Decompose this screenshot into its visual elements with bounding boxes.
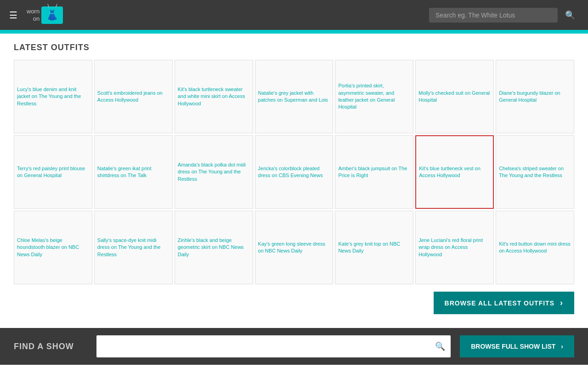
header-left: ☰ worn on 👗 <box>9 6 63 24</box>
outfit-text-8: Terry's red paisley print blouse on Gene… <box>17 165 89 179</box>
outfit-card-11[interactable]: Jericka's colorblock pleated dress on CB… <box>255 135 334 209</box>
outfit-card-21[interactable]: Kit's red button down mini dress on Acce… <box>496 211 574 284</box>
outfit-text-21: Kit's red button down mini dress on Acce… <box>499 241 571 255</box>
browse-all-outfits-button[interactable]: BROWSE ALL LATEST OUTFITS › <box>434 292 574 314</box>
outfit-link-19[interactable]: Kate's grey knit top on NBC News Daily <box>335 211 413 284</box>
outfit-card-3[interactable]: Kit's black turtleneck sweater and white… <box>175 60 253 133</box>
find-show-input[interactable] <box>102 343 435 351</box>
logo[interactable]: worn on 👗 <box>27 6 63 24</box>
outfit-card-5[interactable]: Portia's printed skirt, asymmetric sweat… <box>335 60 413 133</box>
outfit-card-4[interactable]: Natalie's grey jacket with patches on Su… <box>255 60 334 133</box>
outfit-card-14[interactable]: Chelsea's striped sweater on The Young a… <box>496 135 574 209</box>
outfits-grid: Lucy's blue denim and knit jacket on The… <box>14 60 574 284</box>
outfit-card-19[interactable]: Kate's grey knit top on NBC News Daily <box>335 211 413 284</box>
find-show-search-icon: 🔍 <box>435 341 445 351</box>
outfit-link-13[interactable]: Kit's blue turtleneck vest on Access Hol… <box>416 136 493 208</box>
outfit-text-16: Sally's space-dye knit midi dress on The… <box>97 237 170 258</box>
main-content: LATEST OUTFITS Lucy's blue denim and kni… <box>0 34 588 328</box>
outfit-card-13[interactable]: Kit's blue turtleneck vest on Access Hol… <box>415 135 494 209</box>
find-show-title: FIND A SHOW <box>14 342 87 351</box>
outfit-link-3[interactable]: Kit's black turtleneck sweater and white… <box>175 60 253 133</box>
outfit-link-4[interactable]: Natalie's grey jacket with patches on Su… <box>255 60 333 133</box>
outfit-link-18[interactable]: Kay's green long sleeve dress on NBC New… <box>255 211 333 284</box>
outfit-text-17: Zinhle's black and beige geometric skirt… <box>178 237 250 258</box>
outfit-card-10[interactable]: Amanda's black polka dot midi dress on T… <box>175 135 253 209</box>
outfit-link-21[interactable]: Kit's red button down mini dress on Acce… <box>496 211 574 284</box>
logo-antenna <box>49 4 56 7</box>
outfit-link-10[interactable]: Amanda's black polka dot midi dress on T… <box>175 136 253 208</box>
outfit-card-16[interactable]: Sally's space-dye knit midi dress on The… <box>94 211 173 284</box>
outfit-card-12[interactable]: Amber's black jumpsuit on The Price is R… <box>335 135 413 209</box>
outfit-text-3: Kit's black turtleneck sweater and white… <box>178 86 250 107</box>
outfit-text-10: Amanda's black polka dot midi dress on T… <box>178 161 250 183</box>
outfit-text-18: Kay's green long sleeve dress on NBC New… <box>258 241 330 255</box>
outfit-text-15: Chloe Melas's beige houndstooth blazer o… <box>17 237 89 258</box>
search-container: 🔍 <box>429 8 579 23</box>
outfit-text-13: Kit's blue turtleneck vest on Access Hol… <box>419 165 490 179</box>
header-divider <box>0 30 588 34</box>
search-input[interactable] <box>429 8 558 23</box>
outfit-link-6[interactable]: Molly's checked suit on General Hospital <box>416 60 493 133</box>
outfit-text-4: Natalie's grey jacket with patches on Su… <box>258 90 330 104</box>
outfit-link-2[interactable]: Scott's embroidered jeans on Access Holl… <box>95 60 172 133</box>
outfit-card-2[interactable]: Scott's embroidered jeans on Access Holl… <box>94 60 173 133</box>
outfit-link-7[interactable]: Diane's burgundy blazer on General Hospi… <box>496 60 574 133</box>
outfit-card-17[interactable]: Zinhle's black and beige geometric skirt… <box>175 211 253 284</box>
outfit-link-9[interactable]: Natalie's green ikat print shirtdress on… <box>95 136 172 208</box>
logo-dress-icon: 👗 <box>46 9 58 21</box>
menu-icon[interactable]: ☰ <box>9 10 17 21</box>
search-button[interactable]: 🔍 <box>561 8 579 22</box>
browse-arrow-icon: › <box>560 298 563 308</box>
outfit-card-7[interactable]: Diane's burgundy blazer on General Hospi… <box>496 60 574 133</box>
section-title: LATEST OUTFITS <box>14 43 574 52</box>
outfit-text-11: Jericka's colorblock pleated dress on CB… <box>258 165 330 179</box>
outfit-text-7: Diane's burgundy blazer on General Hospi… <box>499 90 571 104</box>
browse-show-label: BROWSE FULL SHOW LIST <box>471 343 555 350</box>
outfit-link-12[interactable]: Amber's black jumpsuit on The Price is R… <box>335 136 413 208</box>
outfit-card-15[interactable]: Chloe Melas's beige houndstooth blazer o… <box>14 211 92 284</box>
antenna-left <box>47 4 49 7</box>
outfit-link-14[interactable]: Chelsea's striped sweater on The Young a… <box>496 136 574 208</box>
outfit-link-15[interactable]: Chloe Melas's beige houndstooth blazer o… <box>14 211 92 284</box>
find-show-input-wrap: 🔍 <box>96 335 451 357</box>
outfit-text-20: Jene Luciani's red floral print wrap dre… <box>418 237 491 258</box>
browse-show-arrow-icon: › <box>561 343 563 350</box>
outfit-text-5: Portia's printed skirt, asymmetric sweat… <box>338 82 410 111</box>
outfit-link-20[interactable]: Jene Luciani's red floral print wrap dre… <box>416 211 493 284</box>
outfit-link-1[interactable]: Lucy's blue denim and knit jacket on The… <box>14 60 92 133</box>
outfit-card-20[interactable]: Jene Luciani's red floral print wrap dre… <box>415 211 494 284</box>
browse-full-show-list-button[interactable]: BROWSE FULL SHOW LIST › <box>460 335 574 357</box>
outfit-text-1: Lucy's blue denim and knit jacket on The… <box>17 86 89 107</box>
outfit-link-5[interactable]: Portia's printed skirt, asymmetric sweat… <box>335 60 413 133</box>
outfit-text-14: Chelsea's striped sweater on The Young a… <box>499 165 571 179</box>
outfit-link-17[interactable]: Zinhle's black and beige geometric skirt… <box>175 211 253 284</box>
outfit-card-18[interactable]: Kay's green long sleeve dress on NBC New… <box>255 211 334 284</box>
logo-text: worn on <box>27 8 40 22</box>
header: ☰ worn on 👗 🔍 <box>0 0 588 30</box>
outfit-link-16[interactable]: Sally's space-dye knit midi dress on The… <box>95 211 172 284</box>
outfit-text-19: Kate's grey knit top on NBC News Daily <box>338 241 410 255</box>
outfit-text-2: Scott's embroidered jeans on Access Holl… <box>97 90 170 104</box>
outfit-card-6[interactable]: Molly's checked suit on General Hospital <box>415 60 494 133</box>
outfit-link-11[interactable]: Jericka's colorblock pleated dress on CB… <box>255 136 333 208</box>
outfit-text-6: Molly's checked suit on General Hospital <box>418 90 491 104</box>
antenna-right <box>56 4 57 7</box>
browse-all-label: BROWSE ALL LATEST OUTFITS <box>445 299 554 307</box>
outfit-link-8[interactable]: Terry's red paisley print blouse on Gene… <box>14 136 92 208</box>
outfit-card-1[interactable]: Lucy's blue denim and knit jacket on The… <box>14 60 92 133</box>
find-show-section: FIND A SHOW 🔍 BROWSE FULL SHOW LIST › <box>0 328 588 365</box>
logo-tv-box: 👗 <box>41 6 63 24</box>
outfit-card-8[interactable]: Terry's red paisley print blouse on Gene… <box>14 135 92 209</box>
browse-row: BROWSE ALL LATEST OUTFITS › <box>14 292 574 314</box>
outfit-text-12: Amber's black jumpsuit on The Price is R… <box>338 165 410 179</box>
outfit-card-9[interactable]: Natalie's green ikat print shirtdress on… <box>94 135 173 209</box>
outfit-text-9: Natalie's green ikat print shirtdress on… <box>97 165 170 179</box>
